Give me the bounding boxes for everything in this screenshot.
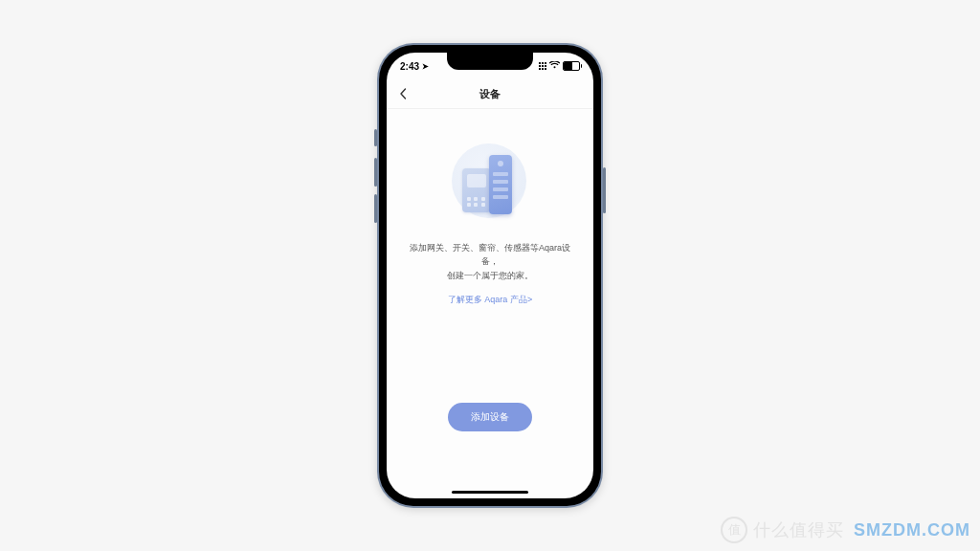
phone-notch [447,53,533,70]
cellular-grid-icon [539,62,546,70]
back-button[interactable] [394,85,412,102]
add-device-button[interactable]: 添加设备 [448,403,532,431]
phone-volume-down [374,194,377,223]
watermark: 值 什么值得买 SMZDM.COM [721,517,970,543]
empty-state: 添加网关、开关、窗帘、传感器等Aqara设备， 创建一个属于您的家。 了解更多 … [387,109,593,498]
phone-bezel: 2:43 ➤ [379,45,601,506]
empty-state-text: 添加网关、开关、窗帘、传感器等Aqara设备， 创建一个属于您的家。 [387,241,593,282]
empty-text-line1: 添加网关、开关、窗帘、传感器等Aqara设备， [406,241,574,269]
home-indicator[interactable] [452,491,528,494]
phone-power-button [603,167,606,213]
empty-text-line2: 创建一个属于您的家。 [406,269,574,282]
phone-volume-up [374,158,377,187]
wifi-icon [549,61,560,71]
battery-icon [563,61,580,71]
phone-screen: 2:43 ➤ [387,53,593,498]
nav-bar: 设备 [387,79,593,109]
status-right [539,61,580,71]
learn-more-link[interactable]: 了解更多 Aqara 产品> [448,294,532,306]
status-time: 2:43 [400,61,419,72]
location-arrow-icon: ➤ [422,62,429,71]
smart-devices-illustration [447,143,533,222]
phone-side-button [374,129,377,146]
phone-mockup: 2:43 ➤ [377,43,603,508]
watermark-cn: 什么值得买 [753,518,844,541]
watermark-badge: 值 [721,517,747,543]
chevron-left-icon [399,88,407,99]
status-left: 2:43 ➤ [400,61,429,72]
watermark-en: SMZDM.COM [854,520,970,540]
page-title: 设备 [387,87,593,101]
